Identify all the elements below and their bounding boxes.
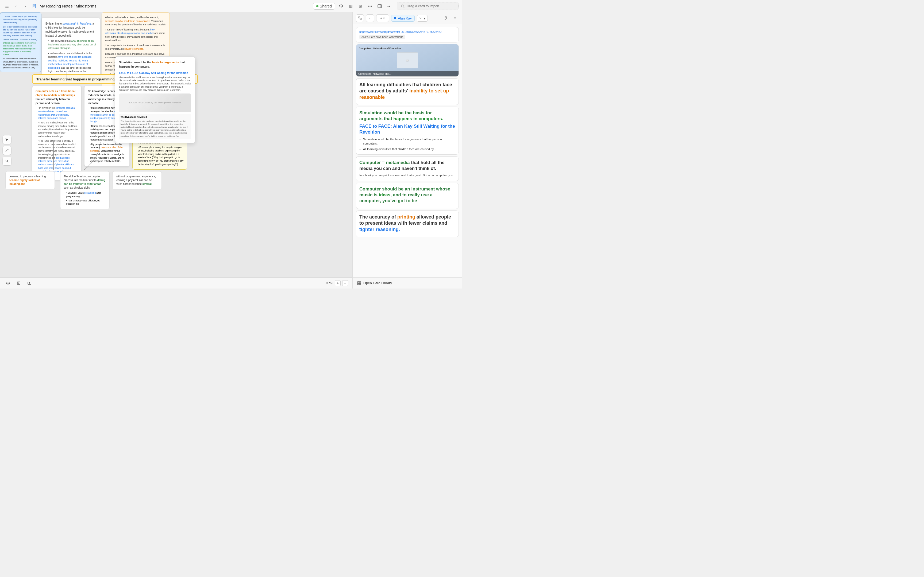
svg-rect-2: [5, 7, 8, 8]
search-icon: [401, 4, 404, 8]
calendar-button[interactable]: ▦: [347, 2, 355, 10]
svg-point-21: [360, 18, 362, 20]
zoom-controls: 37% + −: [326, 280, 348, 286]
forward-button[interactable]: ›: [21, 2, 29, 10]
card-mathland[interactable]: By learning to speak math in Mathland, a…: [42, 18, 100, 81]
zoom-in-button[interactable]: +: [335, 280, 341, 286]
share-tool-button[interactable]: [26, 279, 33, 287]
back-button[interactable]: ‹: [12, 2, 20, 10]
right-panel-toolbar: ‹ # ▾ Alan Kay ▾ ⏱ ≡: [353, 12, 462, 24]
main-layout: ...these Turtles only if you are ready t…: [0, 12, 462, 288]
author-name: Alan Kay: [398, 16, 412, 20]
grid-view-button[interactable]: ⊞: [357, 2, 364, 10]
sidebar-toggle-button[interactable]: [3, 2, 11, 10]
rp-hash-btn[interactable]: # ▾: [376, 15, 389, 22]
svg-line-13: [8, 162, 8, 163]
top-bar: ‹ › My Reading Notes / Mindstorms Shared: [0, 0, 462, 12]
svg-point-20: [358, 16, 360, 18]
breadcrumb-current: Mindstorms: [76, 4, 97, 8]
rp-menu-btn[interactable]: ≡: [451, 15, 459, 22]
panel-computer-instrument[interactable]: Computer should be an instrument whose m…: [356, 183, 459, 209]
zoom-out-button[interactable]: −: [342, 280, 348, 286]
panel-accuracy-title: The accuracy of printing allowed people …: [359, 214, 455, 233]
layers-button[interactable]: [338, 2, 345, 10]
panel-url-card[interactable]: https://twitter.com/worrydream/stat us/1…: [356, 27, 459, 42]
sim-popup-title: Simulation would be the basis for argume…: [119, 60, 191, 69]
panel-book-image: Computers, Networks and Education 📰 Comp…: [356, 44, 459, 76]
panel-scroll-content[interactable]: https://twitter.com/worrydream/stat us/1…: [353, 24, 462, 288]
svg-rect-0: [5, 5, 8, 5]
svg-rect-16: [18, 282, 20, 285]
panel-instrument-title: Computer should be an instrument whose m…: [359, 186, 455, 204]
panel-simulation-bullets: Simulation would be the basis for argume…: [359, 137, 455, 152]
breadcrumb: My Reading Notes / Mindstorms: [40, 4, 97, 8]
panel-simulation-title: Simulation would be the basis for argume…: [359, 110, 455, 122]
canvas-bottom-bar: 37% + −: [0, 277, 352, 288]
filter-label: ▾: [423, 16, 425, 20]
search-tool-button[interactable]: [3, 157, 11, 165]
left-tools: [3, 135, 11, 165]
panel-accuracy-printing[interactable]: The accuracy of printing allowed people …: [356, 211, 459, 237]
card-blue-context-text: ...these Turtles only if you are ready t…: [3, 15, 39, 24]
sim-dynbook-section: The Dynabook Revisited The thing that ju…: [119, 114, 191, 139]
panel-url-tag: ARPA-Parc have been with various: [359, 35, 405, 39]
open-card-library-label: Open Card Library: [363, 281, 392, 285]
panel-url-text: https://twitter.com/worrydream/stat us/1…: [359, 31, 455, 34]
panel-computer-title: Computer = metamedia that hold all the m…: [359, 160, 455, 171]
rp-back-btn[interactable]: ‹: [366, 15, 374, 22]
rp-author-filter[interactable]: Alan Kay: [391, 15, 415, 22]
card-simulation-popup[interactable]: Simulation would be the basis for argume…: [115, 56, 195, 143]
panel-footer[interactable]: Open Card Library: [353, 277, 462, 288]
panel-computer-metamedia[interactable]: Computer = metamedia that hold all the m…: [356, 156, 459, 181]
svg-rect-24: [357, 284, 359, 285]
svg-point-11: [8, 149, 8, 150]
drag-import-area[interactable]: [397, 2, 459, 10]
pen-tool-button[interactable]: [3, 146, 11, 155]
sim-image-placeholder: FACE to FACE: Alan Kay Still Waiting for…: [119, 93, 191, 112]
rp-clock-btn[interactable]: ⏱: [442, 15, 449, 22]
top-bar-center: Shared ▦ ⊞ •••: [313, 2, 383, 10]
panel-face-title: FACE to FACE: Alan Kay Still Waiting for…: [359, 123, 455, 135]
card-computer-acts-title: Computer acts as a transitional object t…: [36, 89, 78, 105]
frame-tool-button[interactable]: [15, 279, 23, 287]
card-without-programming[interactable]: Without programming experience, learning…: [112, 171, 162, 189]
card-skill-break[interactable]: The skill of breaking a complex process …: [60, 171, 110, 209]
card-learning-program[interactable]: Learning to program is learning become h…: [5, 171, 55, 189]
svg-rect-22: [357, 282, 359, 283]
svg-point-12: [6, 160, 8, 162]
panel-simulation-card[interactable]: Simulation would be the basis for argume…: [356, 106, 459, 155]
shared-label: Shared: [320, 4, 332, 8]
book-title-overlay: Computers, Networks and...: [356, 71, 459, 76]
svg-rect-25: [359, 284, 361, 285]
right-panel: ‹ # ▾ Alan Kay ▾ ⏱ ≡ https://twitter.com…: [352, 12, 462, 288]
svg-line-10: [404, 7, 404, 8]
document-icon-button[interactable]: [31, 2, 38, 10]
sim-face-title: FACE to FACE: Alan Kay Still Waiting for…: [119, 71, 191, 75]
svg-rect-23: [359, 282, 361, 283]
svg-point-9: [401, 5, 404, 7]
breadcrumb-title: My Reading Notes: [40, 4, 73, 8]
shared-badge[interactable]: Shared: [313, 3, 335, 10]
drag-import-input[interactable]: [407, 4, 455, 8]
top-bar-right: ⇥: [385, 2, 459, 10]
eye-tool-button[interactable]: [4, 279, 12, 287]
sim-face-body: Literature is first and foremost about h…: [119, 76, 191, 92]
more-options-button[interactable]: •••: [366, 2, 374, 10]
canvas-area[interactable]: ...these Turtles only if you are ready t…: [0, 12, 352, 288]
rp-filter-icon-btn[interactable]: [356, 15, 364, 22]
canvas-content: ...these Turtles only if you are ready t…: [0, 12, 352, 288]
card-blue-context[interactable]: ...these Turtles only if you are ready t…: [0, 12, 42, 72]
panel-book-card[interactable]: Computers, Networks and Education 📰 Comp…: [356, 44, 459, 77]
rp-filter-btn[interactable]: ▾: [417, 15, 428, 22]
panel-toggle-button[interactable]: [376, 2, 383, 10]
mathland-highlight: speak math in Mathland,: [63, 22, 92, 25]
svg-point-17: [18, 283, 19, 284]
zoom-value: 37%: [326, 281, 333, 285]
svg-point-15: [8, 283, 8, 284]
select-tool-button[interactable]: [3, 135, 11, 144]
sim-dynbook-body: The thing that jumped into my head was t…: [121, 120, 189, 137]
import-handle-button[interactable]: ⇥: [385, 2, 393, 10]
panel-highlight-learning[interactable]: All learning difficulties that children …: [356, 78, 459, 105]
shared-dot: [316, 5, 318, 7]
card-computer-acts[interactable]: Computer acts as a transitional object t…: [32, 86, 82, 180]
